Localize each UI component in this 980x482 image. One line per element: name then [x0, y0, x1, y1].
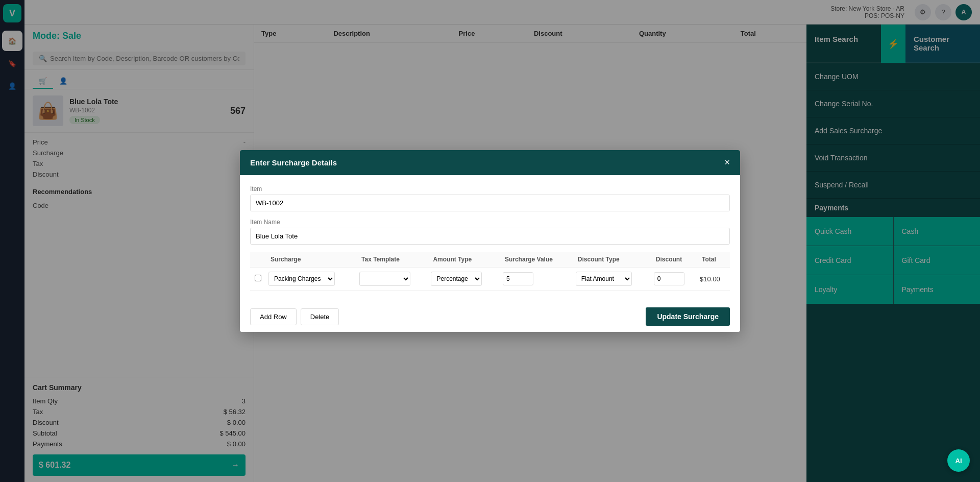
surcharge-value-input[interactable]: [503, 272, 533, 285]
modal-title: Enter Surcharge Details: [250, 158, 337, 167]
tax-template-select[interactable]: [359, 272, 410, 286]
amount-type-select[interactable]: Percentage: [431, 272, 482, 286]
surcharge-col-header: Surcharge: [265, 252, 356, 268]
surcharge-select-all-header: [250, 252, 265, 268]
delete-button[interactable]: Delete: [301, 308, 339, 325]
surcharge-row-checkbox[interactable]: [255, 275, 261, 281]
surcharge-select[interactable]: Packing Charges: [268, 272, 335, 286]
surcharge-col-header: Tax Template: [356, 252, 428, 268]
surcharge-col-header: Total: [697, 252, 730, 268]
item-name-label: Item Name: [250, 219, 730, 226]
surcharge-col-header: Amount Type: [428, 252, 499, 268]
update-surcharge-button[interactable]: Update Surcharge: [646, 307, 730, 326]
item-field-label: Item: [250, 185, 730, 192]
item-name-field: Item Name: [250, 219, 730, 245]
discount-input[interactable]: [654, 272, 684, 285]
surcharge-total: $10.00: [697, 268, 730, 291]
modal-overlay[interactable]: Enter Surcharge Details × Item Item Name…: [0, 0, 980, 482]
ai-button[interactable]: AI: [947, 449, 970, 472]
surcharge-col-header: Surcharge Value: [500, 252, 573, 268]
surcharge-col-header: Discount Type: [573, 252, 651, 268]
item-name-input[interactable]: [250, 228, 730, 245]
surcharge-row: Packing ChargesPercentageFlat Amount$10.…: [250, 268, 730, 291]
surcharge-col-header: Discount: [651, 252, 697, 268]
modal-body: Item Item Name SurchargeTax TemplateAmou…: [240, 175, 740, 301]
surcharge-table: SurchargeTax TemplateAmount TypeSurcharg…: [250, 252, 730, 291]
item-input[interactable]: [250, 195, 730, 211]
modal-footer: Add Row Delete Update Surcharge: [240, 301, 740, 332]
modal-close-button[interactable]: ×: [724, 157, 730, 168]
modal-header: Enter Surcharge Details ×: [240, 150, 740, 175]
add-row-button[interactable]: Add Row: [250, 308, 297, 325]
discount-type-select[interactable]: Flat Amount: [576, 272, 632, 286]
item-field: Item: [250, 185, 730, 211]
surcharge-modal: Enter Surcharge Details × Item Item Name…: [240, 150, 740, 332]
